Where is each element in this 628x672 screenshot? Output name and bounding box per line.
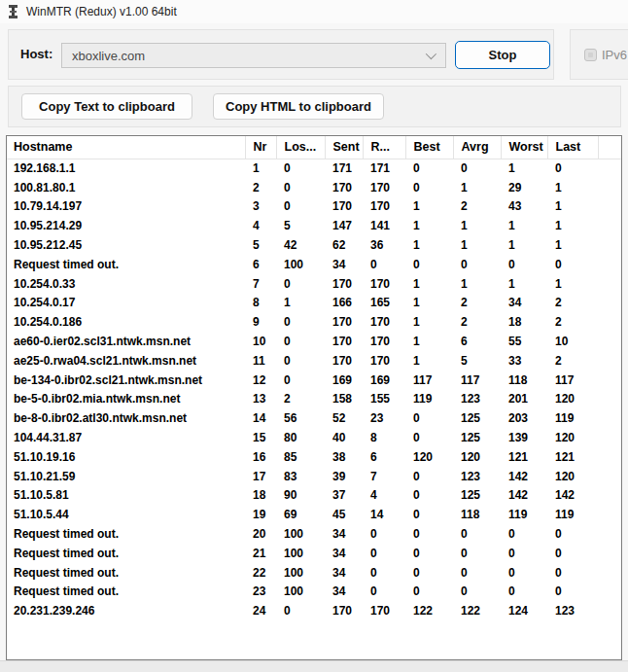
cell-avrg: 6 (453, 332, 501, 351)
table-row[interactable]: 100.81.80.12017017001291 (7, 178, 621, 197)
cell-best: 0 (405, 467, 453, 486)
cell-hostname: Request timed out. (7, 544, 245, 563)
table-row[interactable]: 10.254.0.33701701701111 (7, 274, 621, 294)
cell-worst: 0 (501, 544, 547, 563)
cell-worst: 118 (501, 371, 547, 390)
cell-loss: 2 (276, 390, 325, 409)
cell-loss: 0 (276, 351, 325, 371)
column-header-hostname[interactable]: Hostname (7, 136, 245, 159)
table-row[interactable]: Request timed out.221003400000 (7, 563, 621, 583)
cell-last: 1 (547, 178, 598, 197)
cell-loss: 0 (276, 274, 325, 294)
cell-nr: 1 (245, 159, 276, 178)
column-header-sent[interactable]: Sent (325, 136, 363, 159)
cell-last: 2 (547, 294, 598, 313)
cell-last: 0 (547, 583, 598, 602)
table-row[interactable]: Request timed out.211003400000 (7, 544, 621, 563)
table-row[interactable]: Request timed out.61003400000 (7, 255, 621, 274)
column-header-worst[interactable]: Worst (501, 136, 547, 159)
table-row[interactable]: 10.79.14.1973017017012431 (7, 197, 621, 217)
host-combobox[interactable]: xboxlive.com (61, 43, 446, 68)
cell-nr: 15 (245, 428, 276, 447)
cell-worst: 142 (501, 467, 547, 486)
column-header-nr[interactable]: Nr (245, 136, 276, 159)
cell-recv: 14 (363, 505, 405, 524)
cell-hostname: 51.10.5.44 (7, 505, 245, 524)
cell-last: 117 (547, 371, 598, 390)
column-header-avrg[interactable]: Avrg (453, 136, 501, 159)
cell-avrg: 0 (453, 563, 501, 583)
cell-recv: 169 (363, 371, 405, 390)
table-row[interactable]: be-134-0.ibr02.scl21.ntwk.msn.net1201691… (7, 371, 621, 390)
table-row[interactable]: 192.168.1.1101711710010 (7, 159, 621, 178)
cell-filler (598, 544, 621, 563)
table-row[interactable]: ae25-0.rwa04.scl21.ntwk.msn.net110170170… (7, 351, 621, 371)
cell-recv: 170 (363, 601, 405, 620)
table-row[interactable]: 51.10.19.161685386120120121121 (7, 447, 621, 467)
cell-filler (598, 312, 621, 332)
copy-text-button[interactable]: Copy Text to clipboard (21, 93, 192, 120)
cell-filler (598, 583, 621, 602)
cell-nr: 9 (245, 312, 276, 332)
column-header-last[interactable]: Last (547, 136, 598, 159)
cell-avrg: 122 (453, 601, 501, 620)
table-row[interactable]: ae60-0.ier02.scl31.ntwk.msn.net100170170… (7, 332, 621, 351)
table-row[interactable]: 10.254.0.178116616512342 (7, 294, 621, 313)
cell-nr: 21 (245, 544, 276, 563)
cell-sent: 170 (325, 178, 363, 197)
cell-best: 1 (405, 274, 453, 294)
cell-sent: 170 (325, 312, 363, 332)
column-header-loss[interactable]: Los... (276, 136, 325, 159)
cell-avrg: 0 (453, 524, 501, 544)
cell-sent: 62 (325, 235, 363, 255)
cell-last: 120 (547, 390, 598, 409)
table-row[interactable]: 10.254.0.1869017017012182 (7, 312, 621, 332)
cell-nr: 7 (245, 274, 276, 294)
copy-html-button[interactable]: Copy HTML to clipboard (213, 93, 384, 120)
cell-loss: 100 (276, 544, 325, 563)
ipv6-checkbox[interactable] (584, 49, 597, 61)
cell-last: 0 (547, 255, 598, 274)
table-row[interactable]: Request timed out.201003400000 (7, 524, 621, 544)
cell-avrg: 2 (453, 312, 501, 332)
cell-nr: 8 (245, 294, 276, 313)
results-table: HostnameNrLos...SentR...BestAvrgWorstLas… (6, 135, 622, 660)
table-row[interactable]: be-5-0.ibr02.mia.ntwk.msn.net13215815511… (7, 390, 621, 409)
table-row[interactable]: Request timed out.231003400000 (7, 583, 621, 602)
table-header-row: HostnameNrLos...SentR...BestAvrgWorstLas… (7, 136, 621, 159)
cell-worst: 201 (501, 390, 547, 409)
cell-recv: 0 (363, 255, 405, 274)
table-row[interactable]: 51.10.5.44196945140118119119 (7, 505, 621, 524)
cell-loss: 100 (276, 583, 325, 602)
cell-hostname: 20.231.239.246 (7, 601, 245, 620)
cell-recv: 0 (363, 524, 405, 544)
cell-avrg: 123 (453, 467, 501, 486)
cell-worst: 0 (501, 583, 547, 602)
cell-last: 0 (547, 563, 598, 583)
cell-nr: 3 (245, 197, 276, 217)
stop-button[interactable]: Stop (455, 41, 550, 69)
table-row[interactable]: 20.231.239.246240170170122122124123 (7, 601, 621, 620)
table-row[interactable]: 10.95.214.29451471411111 (7, 216, 621, 235)
cell-loss: 0 (276, 312, 325, 332)
cell-avrg: 125 (453, 486, 501, 506)
cell-best: 0 (405, 486, 453, 506)
cell-filler (598, 216, 621, 235)
cell-hostname: Request timed out. (7, 524, 245, 544)
cell-hostname: 51.10.5.81 (7, 486, 245, 506)
column-header-best[interactable]: Best (405, 136, 453, 159)
winmtr-window: WinMTR (Redux) v1.00 64bit Host: xboxliv… (0, 0, 628, 672)
table-row[interactable]: 51.10.5.8118903740125142142 (7, 486, 621, 506)
cell-nr: 11 (245, 351, 276, 371)
cell-filler (598, 408, 621, 428)
cell-avrg: 123 (453, 390, 501, 409)
column-header-recv[interactable]: R... (363, 136, 405, 159)
table-row[interactable]: 51.10.21.5917833970123142120 (7, 467, 621, 486)
cell-recv: 7 (363, 467, 405, 486)
chevron-down-icon[interactable] (426, 49, 436, 59)
cell-sent: 45 (325, 505, 363, 524)
table-row[interactable]: 104.44.31.8715804080125139120 (7, 428, 621, 447)
cell-worst: 0 (501, 524, 547, 544)
table-row[interactable]: be-8-0.ibr02.atl30.ntwk.msn.net145652230… (7, 408, 621, 428)
table-row[interactable]: 10.95.212.4554262361111 (7, 235, 621, 255)
